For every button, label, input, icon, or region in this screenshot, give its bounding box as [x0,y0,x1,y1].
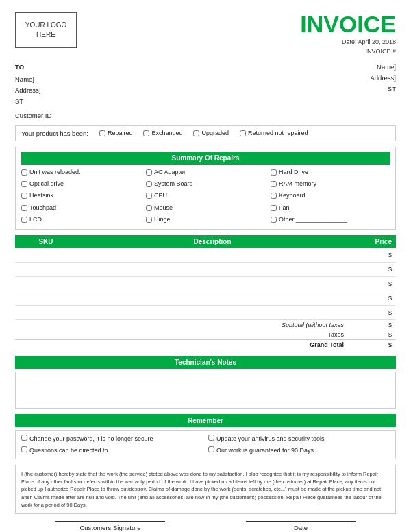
customer-sig-line [55,521,165,522]
price-cell: $ [348,291,396,306]
legal-text: I (the customer) hereby state that the w… [15,465,396,514]
grand-total-value: $ [348,340,396,350]
invoice-title: INVOICE [300,12,396,36]
billing-left-name: Name] [15,74,51,85]
tech-notes-body [15,372,396,409]
status-repaired[interactable]: Repaired [99,130,133,136]
product-status-label: Your product has been: [21,130,88,137]
invoice-title-block: INVOICE Date: April 20, 2018 INVOICE # [300,12,396,55]
repair-other[interactable]: Other _______________ [271,215,390,225]
repair-keyboard[interactable]: Keyboard [271,191,390,201]
billing-left-address: Address] [15,85,51,96]
price-cell: $ [348,306,396,320]
table-row: $ [15,263,396,277]
invoice-date: Date: April 20, 2018 [300,38,396,45]
subtotal-value: $ [348,320,396,330]
repair-mouse[interactable]: Mouse [146,203,265,213]
subtotal-label: Subtotal (without taxes [15,320,348,330]
customer-sig-label: Customers Signature [55,524,165,531]
table-row: $ [15,291,396,306]
table-row: $ [15,277,396,291]
billing-right-name: Name] [371,62,397,73]
remember-grid: Change your password, it is no longer se… [15,430,396,459]
billing-left-state: ST [15,96,51,107]
returned-checkbox[interactable] [240,130,246,136]
price-cell: $ [348,277,396,291]
exchanged-checkbox[interactable] [143,130,149,136]
sku-cell [15,248,77,263]
desc-cell [77,277,348,291]
price-col-header: Price [348,235,396,248]
technician-notes-section: Technician's Notes [15,356,396,409]
remember-password[interactable]: Change your password, it is no longer se… [21,434,203,444]
sku-cell [15,263,77,277]
billing-right-state: ST [371,84,397,95]
upgraded-checkbox[interactable] [193,130,199,136]
subtotal-row: Subtotal (without taxes $ [15,320,396,330]
remember-guaranteed[interactable]: Our work is guaranteed for 90 Days [208,446,390,455]
signature-row: Customers Signature Date [15,521,396,531]
customer-signature-block: Customers Signature [55,521,165,531]
taxes-label: Taxes [15,330,348,340]
desc-cell [77,248,348,263]
sku-cell [15,277,77,291]
to-label: TO [15,62,51,73]
desc-cell [77,263,348,277]
date-sig-label: Date [246,524,356,531]
repair-system-board[interactable]: System Board [146,179,265,189]
logo-text: YOUR LOGO HERE [25,21,67,40]
status-upgraded[interactable]: Upgraded [193,130,229,136]
billing-left: TO Name] Address] ST Customer ID [15,62,51,121]
tech-notes-header: Technician's Notes [15,356,396,369]
billing-row: TO Name] Address] ST Customer ID Name] A… [15,62,396,121]
repair-cpu[interactable]: CPU [146,191,265,201]
remember-questions[interactable]: Questions can be directed to [21,446,203,455]
grand-total-label: Grand Total [15,340,348,350]
repair-hard-drive[interactable]: Hard Drive [271,167,390,178]
price-cell: $ [348,263,396,277]
sku-cell [15,291,77,306]
repair-ac-adapter[interactable]: AC Adapter [146,167,265,178]
repairs-summary: Summary Of Repairs Unit was reloaded. AC… [15,147,396,230]
table-row: $ [15,248,396,263]
repair-hinge[interactable]: Hinge [146,215,265,225]
repair-touchpad[interactable]: Touchpad [21,203,140,213]
remember-antivirus[interactable]: Update your antivirus and security tools [208,434,390,444]
repair-heatsink[interactable]: Heatsink [21,191,140,201]
billing-right: Name] Address] ST [371,62,397,121]
product-status-row: Your product has been: Repaired Exchange… [15,125,396,141]
desc-cell [77,291,348,306]
grand-total-row: Grand Total $ [15,340,396,350]
taxes-row: Taxes $ [15,330,396,340]
logo-box: YOUR LOGO HERE [15,12,77,48]
sku-col-header: SKU [15,235,77,248]
repair-ram-memory[interactable]: RAM memory [271,179,390,189]
status-exchanged[interactable]: Exchanged [143,130,182,136]
price-cell: $ [348,248,396,263]
invoice-number: INVOICE # [300,48,396,55]
desc-cell [77,306,348,320]
header: YOUR LOGO HERE INVOICE Date: April 20, 2… [15,12,396,55]
repair-unit-reloaded[interactable]: Unit was reloaded. [21,167,140,178]
sku-table: SKU Description Price $ $ $ $ $ [15,235,396,350]
table-row: $ [15,306,396,320]
repaired-checkbox[interactable] [99,130,105,136]
customer-id-label: Customer ID [15,110,51,121]
date-signature-block: Date [246,521,356,531]
taxes-value: $ [348,330,396,340]
repair-lcd[interactable]: LCD [21,215,140,225]
repair-optical-drive[interactable]: Optical drive [21,179,140,189]
repairs-header: Summary Of Repairs [21,152,390,165]
legal-content: I (the customer) hereby state that the w… [21,471,382,508]
description-col-header: Description [77,235,348,248]
date-sig-line [246,521,356,522]
status-returned[interactable]: Returned not repaired [240,130,308,136]
repair-fan[interactable]: Fan [271,203,390,213]
billing-right-address: Address] [371,73,397,84]
remember-section: Remember Change your password, it is no … [15,414,396,459]
remember-header: Remember [15,414,396,427]
repairs-grid: Unit was reloaded. AC Adapter Hard Drive… [21,167,390,225]
sku-cell [15,306,77,320]
